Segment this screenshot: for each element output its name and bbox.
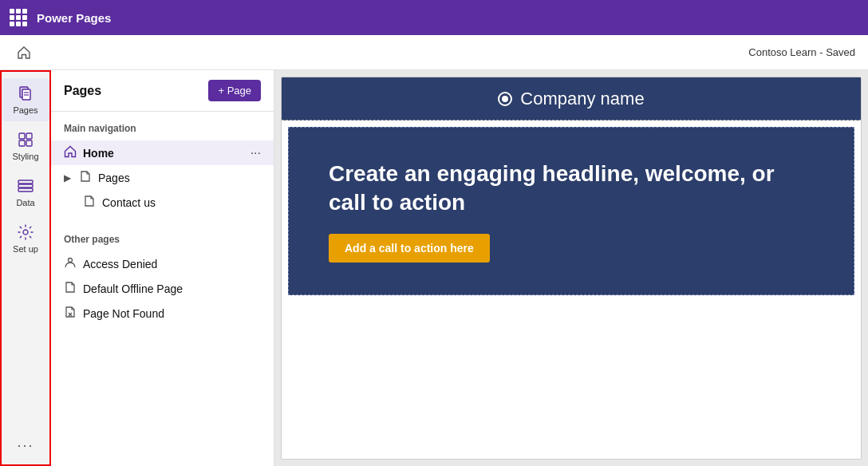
sidebar-item-data-label: Data: [16, 198, 34, 207]
pages-panel: Pages + Page Main navigation Home ··· ▶: [51, 70, 274, 466]
nav-offline-label: Default Offline Page: [83, 282, 183, 295]
contact-nav-icon: [83, 195, 96, 210]
nav-item-pages[interactable]: ▶ Pages: [51, 165, 274, 190]
nav-item-default-offline[interactable]: Default Offline Page: [51, 276, 274, 301]
sidebar-item-pages-label: Pages: [13, 105, 37, 115]
setup-icon: [17, 223, 34, 241]
svg-rect-6: [19, 140, 25, 146]
preview-header-bar: Company name: [282, 77, 861, 120]
nav-contact-label: Contact us: [102, 196, 156, 209]
main-navigation-title: Main navigation: [51, 120, 274, 140]
cta-button[interactable]: Add a call to action here: [329, 234, 490, 263]
nav-pages-label: Pages: [98, 172, 130, 184]
sidebar-item-styling[interactable]: Styling: [2, 124, 49, 168]
waffle-icon[interactable]: [10, 9, 27, 26]
hero-headline: Create an engaging headline, welcome, or…: [329, 160, 814, 218]
sidebar-item-data[interactable]: Data: [2, 171, 49, 214]
styling-icon: [17, 131, 34, 148]
home-nav-icon: [64, 145, 77, 160]
add-page-button[interactable]: + Page: [208, 80, 261, 101]
top-bar: Power Pages: [0, 0, 868, 35]
nav-item-home[interactable]: Home ···: [51, 140, 274, 165]
svg-rect-4: [19, 133, 25, 139]
pages-nav-icon: [79, 170, 92, 185]
pages-header: Pages + Page: [51, 70, 274, 112]
app-title: Power Pages: [37, 11, 111, 25]
company-radio-icon: [498, 92, 512, 106]
nav-access-denied-label: Access Denied: [83, 258, 157, 271]
sidebar-item-setup[interactable]: Set up: [2, 217, 49, 260]
nav-item-contact[interactable]: Contact us: [51, 190, 274, 215]
offline-page-icon: [64, 281, 77, 296]
main-navigation-section: Main navigation Home ··· ▶: [51, 112, 274, 223]
svg-point-11: [23, 230, 28, 235]
sidebar-item-styling-label: Styling: [12, 152, 38, 161]
data-icon: [17, 177, 34, 195]
preview-hero: Create an engaging headline, welcome, or…: [288, 127, 854, 295]
svg-rect-9: [18, 184, 33, 188]
svg-rect-5: [26, 133, 32, 139]
other-pages-title: Other pages: [51, 231, 274, 251]
nav-item-access-denied[interactable]: Access Denied: [51, 251, 274, 276]
sidebar-more-button[interactable]: ...: [2, 429, 49, 455]
home-more-dots[interactable]: ···: [251, 146, 261, 160]
nav-home-label: Home: [83, 147, 114, 160]
home-button[interactable]: [13, 41, 35, 64]
pages-icon: [17, 85, 34, 102]
sidebar-item-pages[interactable]: Pages: [2, 78, 49, 121]
nav-not-found-label: Page Not Found: [83, 307, 164, 320]
svg-rect-7: [26, 140, 32, 146]
nav-item-page-not-found[interactable]: Page Not Found: [51, 301, 274, 326]
access-denied-icon: [64, 256, 77, 271]
svg-rect-8: [18, 180, 33, 184]
not-found-icon: [64, 306, 77, 321]
save-status: Contoso Learn - Saved: [748, 46, 855, 58]
other-pages-section: Other pages Access Denied: [51, 223, 274, 334]
main-layout: Pages Styling Data: [0, 70, 868, 466]
svg-rect-10: [18, 188, 33, 192]
second-bar: Contoso Learn - Saved: [0, 35, 868, 70]
pages-panel-title: Pages: [64, 84, 101, 98]
sidebar-icons: Pages Styling Data: [0, 70, 51, 466]
preview-area: Company name Create an engaging headline…: [274, 70, 868, 466]
svg-point-12: [69, 259, 73, 263]
sidebar-item-setup-label: Set up: [13, 244, 38, 254]
company-name: Company name: [520, 89, 644, 109]
preview-content: Company name Create an engaging headline…: [281, 77, 862, 460]
pages-chevron-icon: ▶: [64, 172, 71, 184]
